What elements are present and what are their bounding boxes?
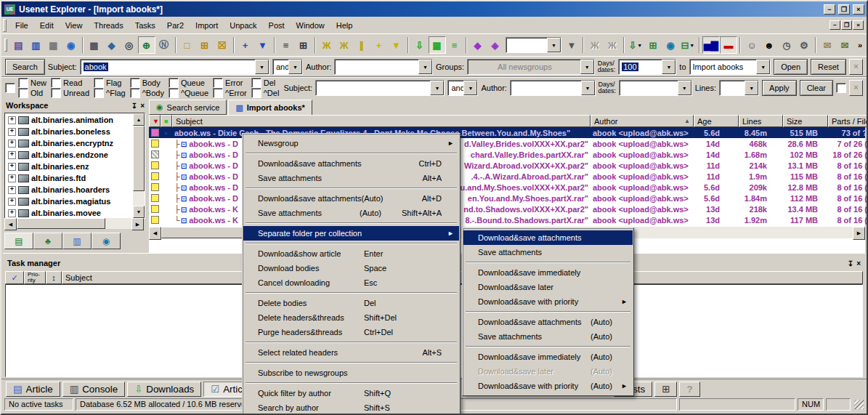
nzb-search-button[interactable]: Ⓝ bbox=[155, 36, 173, 54]
menu-help[interactable]: Help bbox=[330, 18, 359, 33]
folder-new-button[interactable]: □ bbox=[179, 36, 196, 54]
filter-days-combo[interactable]: ▼ bbox=[619, 80, 692, 96]
menu-window[interactable]: Window bbox=[291, 18, 330, 33]
tab-search-service[interactable]: ◉Search service bbox=[149, 100, 227, 115]
filter-not-del-checkbox[interactable] bbox=[251, 88, 261, 98]
resize-grip[interactable] bbox=[854, 400, 864, 409]
apply-button[interactable]: Apply bbox=[762, 80, 797, 96]
expand-icon[interactable]: + bbox=[8, 163, 16, 171]
search-book-button[interactable]: ◆ bbox=[103, 36, 121, 54]
tools-button[interactable]: ⚙ bbox=[795, 36, 813, 54]
author-add-button[interactable]: ☺ bbox=[743, 36, 760, 54]
subject-combo[interactable]: abook ▼ bbox=[80, 59, 269, 75]
close-button[interactable]: × bbox=[853, 4, 864, 15]
newsgroups-tab[interactable]: ▤ bbox=[4, 233, 33, 249]
clear-button[interactable]: Clear bbox=[800, 80, 833, 96]
open-newsgroup-button[interactable]: ▥ bbox=[28, 36, 45, 54]
mdi-restore-button[interactable]: ❐ bbox=[841, 20, 852, 30]
menu-item-download-save-attachments[interactable]: Download&save attachments(Auto) bbox=[463, 315, 633, 329]
groups-combo[interactable]: All newsgroups ▼ bbox=[467, 59, 595, 75]
filter-not-error-checkbox[interactable] bbox=[213, 88, 223, 98]
scroll-right-icon[interactable]: ▶ bbox=[131, 218, 144, 230]
tab-import-abooks-[interactable]: ▥Import abooks* bbox=[228, 100, 312, 116]
menu-item-delete-headers-threads[interactable]: Delete headers&threadsShift+Del bbox=[243, 310, 459, 325]
menu-item-download-save-immediately[interactable]: Download&save immediately bbox=[463, 265, 633, 280]
post-add-button[interactable]: + bbox=[237, 36, 254, 54]
expand-icon[interactable]: + bbox=[8, 209, 16, 217]
save-world-button[interactable]: ◉ bbox=[62, 36, 80, 54]
target-folder-combo[interactable]: Import abooks ▼ bbox=[689, 59, 771, 75]
task-priority-column[interactable]: Prio-rity bbox=[24, 271, 46, 284]
filter-funnel-header[interactable]: ▼ bbox=[149, 115, 161, 127]
mail-button[interactable]: ✉ bbox=[819, 36, 836, 54]
menu-threads[interactable]: Threads bbox=[88, 18, 129, 33]
mdi-minimize-button[interactable]: − bbox=[830, 20, 840, 30]
menu-item-download-save-attachments[interactable]: Download&save attachments bbox=[463, 230, 633, 245]
collapse-threads-button[interactable]: ≡ bbox=[277, 36, 295, 54]
chevron-down-icon[interactable]: ▼ bbox=[430, 81, 444, 95]
menu-item-purge-headers-threads[interactable]: Purge headers&threadsCtrl+Del bbox=[243, 325, 459, 339]
filter-master-checkbox[interactable] bbox=[5, 83, 15, 93]
column-header-size[interactable]: Size bbox=[783, 115, 828, 127]
chevron-down-icon[interactable]: ▼ bbox=[255, 60, 269, 74]
chevron-down-icon[interactable]: ▼ bbox=[418, 60, 432, 74]
web-tab[interactable]: ◉ bbox=[92, 233, 121, 249]
par2-create-button[interactable]: Ж bbox=[586, 36, 604, 54]
task-sort-column[interactable]: ↕ bbox=[46, 271, 62, 284]
column-header-subject[interactable]: Subject bbox=[172, 115, 591, 127]
workspace-horizontal-scrollbar[interactable]: ◀ ▶ bbox=[4, 218, 144, 229]
tree-item-newsgroup[interactable]: +alt.binaries.endzone bbox=[5, 149, 133, 161]
menu-par2[interactable]: Par2 bbox=[161, 18, 190, 33]
menu-item-search-by-author[interactable]: Search by authorShift+S bbox=[243, 400, 459, 415]
filter-new-checkbox[interactable] bbox=[18, 78, 28, 88]
close-icon[interactable]: × bbox=[856, 259, 861, 267]
column-header-author[interactable]: Author▲ bbox=[591, 115, 694, 127]
menu-item-download-save-with-priority[interactable]: Download&save with priority(Auto)► bbox=[463, 379, 633, 393]
scroll-left-icon[interactable]: ◀ bbox=[149, 227, 161, 240]
folder-delete-button[interactable]: ☒ bbox=[214, 36, 231, 54]
filter-subject-combo[interactable]: ▼ bbox=[315, 80, 445, 96]
drag-collection-button[interactable]: ⊟▼ bbox=[679, 36, 697, 54]
tree-item-newsgroup[interactable]: +alt.binaries.magiatus bbox=[5, 196, 133, 207]
expand-icon[interactable]: + bbox=[8, 128, 16, 136]
menu-view[interactable]: View bbox=[60, 18, 89, 33]
view-tab-?[interactable]: ? bbox=[679, 382, 699, 397]
filter-unread-checkbox[interactable] bbox=[51, 88, 61, 98]
chevron-down-icon[interactable]: ▼ bbox=[756, 60, 770, 74]
filter-queue-button[interactable]: ▼ bbox=[388, 36, 405, 54]
drag-download-button[interactable]: ⇩▼ bbox=[627, 36, 644, 54]
column-header-parts-files[interactable]: Parts / Files bbox=[828, 115, 868, 127]
collection-list-button[interactable]: ≡ bbox=[446, 36, 463, 54]
chevron-down-icon[interactable]: ▼ bbox=[662, 60, 676, 74]
drag-world-button[interactable]: ◉ bbox=[662, 36, 679, 54]
toolbar-collection-combo[interactable]: ▼ bbox=[506, 37, 561, 53]
pause-button[interactable]: ▬ bbox=[720, 36, 737, 54]
collection-b-button[interactable]: ◈ bbox=[487, 36, 504, 54]
print-button[interactable]: ▩ bbox=[86, 36, 103, 54]
view-tab-downloads[interactable]: ⇩Downloads bbox=[127, 382, 201, 397]
restore-button[interactable]: ❐ bbox=[838, 4, 850, 15]
menu-file[interactable]: File bbox=[9, 18, 34, 33]
menubar-grip[interactable] bbox=[3, 19, 7, 32]
menu-item-download-save-attachments[interactable]: Download&save attachments(Auto)Alt+D bbox=[243, 191, 459, 206]
pin-icon[interactable]: ↧ bbox=[131, 102, 137, 110]
chevron-down-icon[interactable]: ▼ bbox=[288, 60, 302, 74]
queue-pair-button[interactable]: ∥ bbox=[353, 36, 370, 54]
tree-item-newsgroup[interactable]: +alt.binaries.enz bbox=[5, 161, 133, 172]
tree-item-newsgroup[interactable]: +alt.binaries.encryptnz bbox=[5, 137, 133, 149]
menu-edit[interactable]: Edit bbox=[34, 18, 60, 33]
lines-combo[interactable]: ▼ bbox=[719, 80, 759, 96]
column-header-lines[interactable]: Lines bbox=[739, 115, 783, 127]
view-tab-article[interactable]: ▤Article bbox=[6, 382, 60, 397]
import-collection-button[interactable]: ⇩ bbox=[411, 36, 429, 54]
search-web-button[interactable]: ⊕ bbox=[138, 36, 155, 54]
search-article-button[interactable]: ◎ bbox=[121, 36, 138, 54]
chevron-down-icon[interactable]: ▼ bbox=[745, 81, 758, 95]
expand-icon[interactable]: + bbox=[8, 186, 16, 194]
menu-item-cancel-downloading[interactable]: Cancel downloadingEsc bbox=[243, 275, 459, 290]
close-search-button[interactable]: × bbox=[849, 59, 863, 75]
menu-item-save-attachments[interactable]: Save attachments(Auto)Shift+Alt+A bbox=[243, 206, 459, 220]
filter-queue-checkbox[interactable] bbox=[169, 78, 179, 88]
chevron-down-icon[interactable]: ▼ bbox=[637, 43, 642, 48]
scroll-down-icon[interactable]: ▼ bbox=[133, 206, 145, 218]
